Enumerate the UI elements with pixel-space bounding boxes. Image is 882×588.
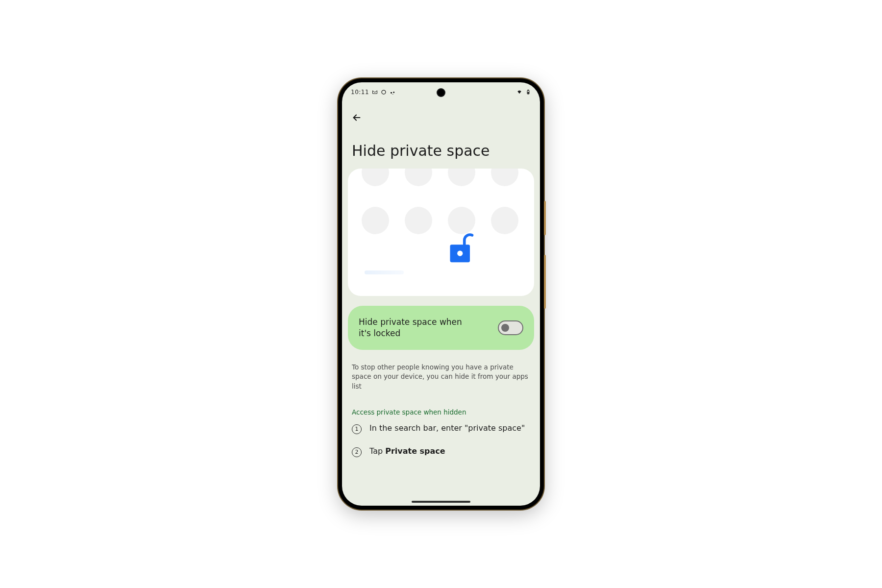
app-placeholder [362, 169, 389, 186]
app-placeholder [405, 207, 432, 234]
section-heading: Access private space when hidden [342, 392, 540, 416]
svg-point-5 [457, 251, 463, 256]
home-indicator[interactable] [412, 501, 470, 503]
step-text: Tap Private space [369, 446, 445, 457]
app-placeholder [491, 169, 518, 186]
step-number: 1 [352, 424, 362, 434]
switch-knob [501, 324, 509, 332]
status-time: 10:11 [351, 89, 369, 96]
step-prefix: Tap [369, 446, 385, 456]
gmail-icon [372, 89, 378, 95]
status-left: 10:11 •࡙• [351, 89, 395, 96]
hide-toggle-card[interactable]: Hide private space when it's locked [348, 306, 534, 350]
app-bar [342, 100, 540, 126]
wifi-icon [516, 89, 522, 95]
app-placeholder [448, 169, 475, 186]
app-grid-row [348, 207, 534, 234]
circle-icon [381, 89, 387, 95]
description-text: To stop other people knowing you have a … [342, 350, 540, 392]
illustration-card [348, 169, 534, 296]
status-right [516, 89, 531, 95]
app-grid-row [348, 169, 534, 186]
step-item: 1 In the search bar, enter "private spac… [352, 423, 530, 434]
hide-toggle-label: Hide private space when it's locked [359, 317, 476, 339]
hide-toggle-switch[interactable] [498, 320, 523, 335]
app-placeholder [448, 207, 475, 234]
camera-punch-hole [438, 89, 444, 96]
step-number: 2 [352, 447, 362, 457]
phone-screen: 10:11 •࡙• [342, 82, 540, 506]
more-icon: •࡙• [390, 89, 395, 95]
steps-list: 1 In the search bar, enter "private spac… [342, 416, 540, 457]
app-placeholder [405, 169, 432, 186]
svg-point-0 [382, 90, 386, 94]
app-placeholder [491, 207, 518, 234]
step-item: 2 Tap Private space [352, 446, 530, 457]
unlock-icon [448, 232, 474, 267]
illustration-bar [365, 270, 404, 274]
phone-frame: 10:11 •࡙• [338, 78, 544, 510]
step-text: In the search bar, enter "private space" [369, 423, 525, 434]
app-placeholder [362, 207, 389, 234]
svg-rect-2 [528, 90, 529, 91]
battery-icon [525, 89, 531, 95]
step-bold: Private space [385, 446, 445, 456]
svg-rect-3 [528, 92, 529, 94]
page-title: Hide private space [342, 126, 540, 169]
back-button[interactable] [348, 109, 366, 126]
